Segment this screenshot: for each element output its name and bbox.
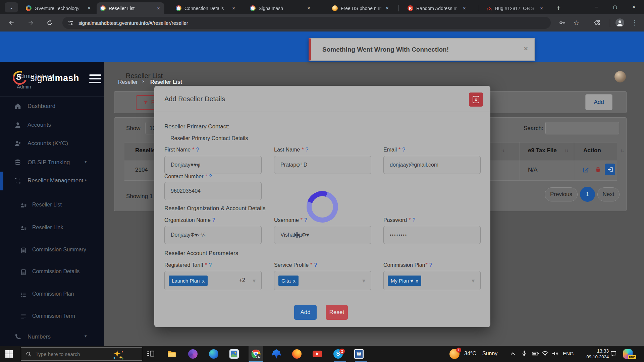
- help-icon[interactable]: ?: [306, 147, 309, 153]
- tab-signalmash[interactable]: Signalmash ✕: [247, 2, 315, 14]
- sidebar-subitem-commission-summary[interactable]: Commission Summary: [0, 243, 104, 258]
- sort-icon[interactable]: ↑↓: [565, 148, 568, 153]
- back-button[interactable]: [6, 17, 17, 28]
- notification-center-icon[interactable]: [610, 350, 619, 359]
- sidebar-subitem-commission-term[interactable]: Commission Term: [0, 309, 104, 324]
- edge-icon[interactable]: [209, 349, 218, 359]
- bookmark-star-icon[interactable]: ☆: [571, 17, 582, 28]
- tab-search-button[interactable]: ⌄: [5, 2, 18, 12]
- youtube-icon[interactable]: [313, 351, 322, 357]
- modal-reset-button[interactable]: Reset: [326, 305, 348, 320]
- tab-close-icon[interactable]: ✕: [462, 6, 467, 11]
- start-button[interactable]: [5, 350, 13, 358]
- tab-random-address[interactable]: R Random Address In U ✕: [404, 2, 470, 14]
- window-minimize-button[interactable]: ─: [587, 0, 606, 13]
- volume-icon[interactable]: [551, 350, 561, 359]
- sidebar-subitem-commission-plan[interactable]: Commission Plan: [0, 287, 104, 302]
- modal-close-button[interactable]: x: [469, 93, 483, 107]
- help-icon[interactable]: ?: [429, 262, 432, 268]
- help-icon[interactable]: ?: [412, 217, 415, 223]
- tab-bug-12817[interactable]: Bug #12817: OB SIP ✕: [483, 2, 547, 14]
- chip-remove-icon[interactable]: x: [202, 278, 205, 284]
- tab-close-icon[interactable]: ✕: [156, 6, 161, 11]
- tab-close-icon[interactable]: ✕: [306, 6, 311, 11]
- new-tab-button[interactable]: +: [553, 3, 564, 13]
- sidebar-item-ob-sip-trunking[interactable]: OB SIP Trunking ▾: [0, 156, 104, 170]
- sort-icon[interactable]: ↑↓: [501, 148, 504, 153]
- firefox-icon[interactable]: [292, 349, 302, 359]
- sidebar-item-dashboard[interactable]: Dashboard: [0, 99, 104, 114]
- taskbar-clock[interactable]: 13:33 09-10-2024: [582, 348, 609, 360]
- blue-app-icon[interactable]: [272, 349, 281, 359]
- chip-remove-icon[interactable]: x: [416, 278, 418, 284]
- tab-close-icon[interactable]: ✕: [231, 6, 236, 11]
- tab-close-icon[interactable]: ✕: [385, 6, 390, 11]
- help-icon[interactable]: ?: [314, 262, 317, 268]
- chrome-icon[interactable]: [251, 349, 261, 359]
- weather-desc[interactable]: Sunny: [482, 351, 497, 357]
- registered-tariff-select[interactable]: Launch Planx +2 ▼: [164, 271, 262, 290]
- tab-close-icon[interactable]: ✕: [87, 6, 92, 11]
- taskbar-search-input[interactable]: [36, 351, 103, 357]
- column-header-action[interactable]: Action: [583, 147, 601, 154]
- weather-temp[interactable]: 34°C: [464, 351, 476, 357]
- language-indicator[interactable]: ENG: [563, 351, 574, 356]
- last-name-input[interactable]: [274, 156, 371, 174]
- tab-close-icon[interactable]: ✕: [539, 6, 544, 11]
- browser-menu-icon[interactable]: ⋮: [629, 17, 640, 28]
- sidebar-item-accounts[interactable]: Accounts: [0, 118, 104, 133]
- site-info-icon[interactable]: [68, 20, 74, 26]
- microphone-icon[interactable]: [521, 350, 530, 359]
- sidebar-subitem-reseller-list[interactable]: Reseller List: [0, 198, 104, 213]
- tab-free-us-phone[interactable]: Free US phone numb ✕: [329, 2, 393, 14]
- sidebar-subitem-commission-details[interactable]: Commission Details: [0, 265, 104, 280]
- reload-button[interactable]: [44, 17, 55, 28]
- help-icon[interactable]: ?: [209, 174, 212, 179]
- edit-icon[interactable]: [582, 166, 590, 173]
- file-explorer-icon[interactable]: [167, 349, 176, 359]
- search-input[interactable]: [545, 122, 619, 134]
- delete-icon[interactable]: [595, 166, 601, 173]
- login-as-button[interactable]: [605, 164, 615, 175]
- extensions-icon[interactable]: [592, 17, 603, 28]
- help-icon[interactable]: ?: [212, 217, 215, 223]
- password-key-icon[interactable]: [557, 17, 568, 28]
- wifi-icon[interactable]: [541, 350, 551, 359]
- pagination-next[interactable]: Next: [597, 187, 620, 201]
- chip-remove-icon[interactable]: x: [293, 278, 296, 284]
- sidebar-item-numbers[interactable]: Numbers ▾: [0, 330, 104, 345]
- commission-plan-select[interactable]: My Plan ♥x ▼: [383, 271, 481, 290]
- sidebar-subitem-reseller-link[interactable]: Reseller Link: [0, 221, 104, 236]
- breadcrumb-parent[interactable]: Reseller: [118, 79, 138, 85]
- help-icon[interactable]: ?: [196, 147, 199, 153]
- first-name-input[interactable]: [164, 156, 262, 174]
- help-icon[interactable]: ?: [304, 217, 307, 223]
- profile-avatar[interactable]: [614, 17, 625, 28]
- organization-name-input[interactable]: [164, 226, 262, 244]
- sort-icon[interactable]: ↑↓: [620, 148, 624, 153]
- window-maximize-button[interactable]: ▢: [606, 0, 625, 13]
- tab-connection-details[interactable]: Connection Details ✕: [172, 2, 239, 14]
- word-icon[interactable]: W: [354, 349, 364, 359]
- tab-gventure[interactable]: GVenture Technology ✕: [22, 2, 95, 14]
- tray-expand-icon[interactable]: [509, 350, 519, 359]
- taskbar-search[interactable]: [21, 347, 142, 361]
- task-view-icon[interactable]: [146, 349, 156, 359]
- add-reseller-button[interactable]: Add: [585, 94, 612, 110]
- address-bar[interactable]: signalmashdbtest.gventure.info/#/reselle…: [62, 17, 551, 29]
- tab-reseller-list[interactable]: Reseller List ✕: [97, 2, 164, 14]
- toast-close-icon[interactable]: ✕: [524, 45, 528, 52]
- sidebar-item-reseller-management[interactable]: Reseller Management ▴: [0, 174, 104, 188]
- battery-icon[interactable]: [531, 350, 541, 359]
- sidebar-toggle-icon[interactable]: [89, 74, 101, 83]
- password-input[interactable]: [383, 226, 481, 244]
- modal-add-button[interactable]: Add: [294, 305, 317, 320]
- help-icon[interactable]: ?: [209, 262, 212, 268]
- help-icon[interactable]: ?: [402, 147, 405, 153]
- user-avatar[interactable]: [614, 71, 626, 82]
- pagination-page-1[interactable]: 1: [580, 187, 595, 202]
- service-profile-select[interactable]: Gitax ▼: [274, 271, 371, 290]
- window-close-button[interactable]: ✕: [625, 0, 643, 13]
- column-header-tax[interactable]: e9 Tax File: [528, 147, 557, 154]
- purple-app-icon[interactable]: [188, 349, 198, 359]
